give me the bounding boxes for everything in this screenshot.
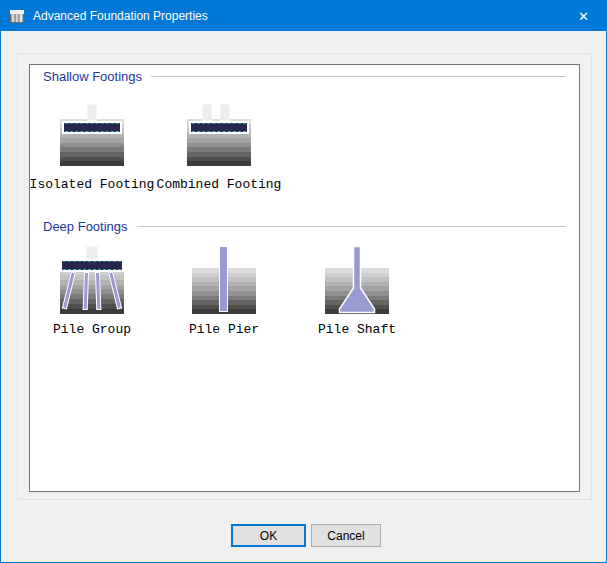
combined-footing-icon	[187, 104, 251, 166]
pile-shaft-label: Pile Shaft	[318, 322, 396, 337]
close-icon: ✕	[578, 9, 589, 24]
pile-group-label: Pile Group	[53, 322, 131, 337]
close-button[interactable]: ✕	[561, 1, 606, 31]
isolated-footing-label: Isolated Footing	[30, 177, 155, 192]
pile-pier-label: Pile Pier	[189, 322, 259, 337]
window-title: Advanced Foundation Properties	[33, 9, 208, 23]
header-divider	[151, 76, 566, 77]
combined-footing-option[interactable]: Combined Footing	[159, 104, 279, 192]
ok-button[interactable]: OK	[231, 524, 306, 547]
isolated-footing-option[interactable]: Isolated Footing	[32, 104, 152, 192]
titlebar[interactable]: Advanced Foundation Properties ✕	[1, 1, 606, 31]
combined-footing-label: Combined Footing	[157, 177, 282, 192]
dialog-window: Advanced Foundation Properties ✕ Shallow…	[0, 0, 607, 563]
app-icon	[9, 8, 25, 24]
pile-pier-option[interactable]: Pile Pier	[164, 246, 284, 337]
group-title: Deep Footings	[43, 219, 128, 234]
group-title: Shallow Footings	[43, 69, 142, 84]
shallow-footings-row: Isolated Footing Combined Footing	[32, 104, 579, 192]
cancel-button[interactable]: Cancel	[311, 524, 381, 547]
header-divider	[137, 226, 566, 227]
pile-pier-icon	[192, 246, 256, 314]
isolated-footing-icon	[60, 104, 124, 166]
deep-footings-header: Deep Footings	[43, 219, 566, 234]
deep-footings-row: Pile Group Pile Pier Pile Shaft	[32, 246, 579, 337]
foundation-type-panel: Shallow Footings Isolated Footing	[29, 64, 580, 492]
pile-shaft-option[interactable]: Pile Shaft	[297, 246, 417, 337]
pile-shaft-icon	[325, 246, 389, 314]
pile-group-icon	[60, 246, 124, 314]
pile-group-option[interactable]: Pile Group	[32, 246, 152, 337]
shallow-footings-header: Shallow Footings	[43, 69, 566, 84]
